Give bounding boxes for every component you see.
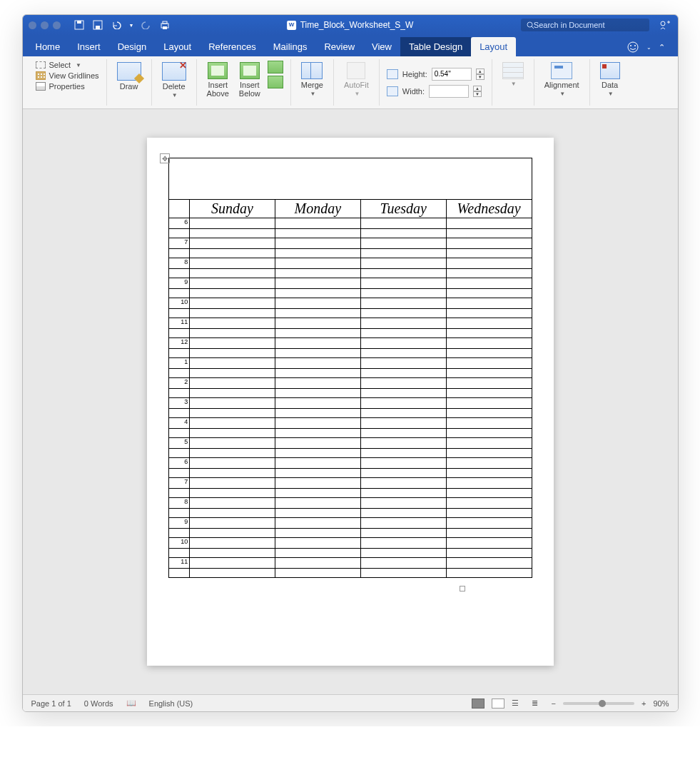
worksheet-table[interactable]: Sunday Monday Tuesday Wednesday 67891011… xyxy=(168,158,532,578)
table-header-row[interactable]: Sunday Monday Tuesday Wednesday xyxy=(168,200,532,218)
table-row[interactable]: 7 xyxy=(168,478,532,489)
tab-insert[interactable]: Insert xyxy=(69,37,109,56)
table-row[interactable]: 10 xyxy=(168,298,532,309)
tab-review[interactable]: Review xyxy=(315,37,363,56)
properties-button[interactable]: Properties xyxy=(36,82,99,91)
undo-icon[interactable] xyxy=(111,19,122,31)
search-box[interactable] xyxy=(521,19,649,31)
table-resize-handle[interactable] xyxy=(460,586,465,591)
height-input[interactable] xyxy=(432,68,472,81)
document-area[interactable]: ✥ Sunday Monday Tuesday Wednesday 678910… xyxy=(23,109,678,694)
draw-table-button[interactable]: Draw xyxy=(114,61,144,92)
insert-right-button[interactable] xyxy=(268,76,283,88)
table-row[interactable]: 10 xyxy=(168,538,532,549)
table-row[interactable]: 5 xyxy=(168,438,532,449)
tab-references[interactable]: References xyxy=(200,37,264,56)
table-row[interactable] xyxy=(168,329,532,338)
print-layout-view-icon[interactable] xyxy=(472,699,485,709)
header-monday[interactable]: Monday xyxy=(275,200,360,218)
header-wednesday[interactable]: Wednesday xyxy=(446,200,532,218)
undo-dropdown-icon[interactable]: ▼ xyxy=(129,23,134,28)
table-title-row[interactable] xyxy=(168,158,532,200)
table-row[interactable] xyxy=(168,469,532,478)
table-row[interactable]: 6 xyxy=(168,218,532,229)
header-tuesday[interactable]: Tuesday xyxy=(360,200,446,218)
feedback-dropdown-icon[interactable]: ⌄ xyxy=(646,44,651,51)
insert-left-button[interactable] xyxy=(268,61,283,73)
table-row[interactable]: 4 xyxy=(168,418,532,429)
autosave-icon[interactable] xyxy=(73,19,85,31)
table-row[interactable]: 8 xyxy=(168,498,532,509)
spellcheck-icon[interactable]: 📖 xyxy=(126,699,136,708)
table-row[interactable] xyxy=(168,489,532,498)
width-step-up[interactable]: ▲ xyxy=(473,86,482,91)
tab-table-design[interactable]: Table Design xyxy=(400,37,471,56)
draft-view-icon[interactable]: ≣ xyxy=(532,699,544,709)
table-row[interactable] xyxy=(168,389,532,398)
tab-home[interactable]: Home xyxy=(27,37,69,56)
delete-button[interactable]: Delete▼ xyxy=(159,61,189,100)
minimize-window-icon[interactable] xyxy=(41,21,49,29)
table-move-handle[interactable]: ✥ xyxy=(160,153,170,163)
table-row[interactable] xyxy=(168,309,532,318)
merge-button[interactable]: Merge▼ xyxy=(298,61,326,98)
table-row[interactable]: 11 xyxy=(168,558,532,569)
table-row[interactable]: 7 xyxy=(168,238,532,249)
zoom-slider[interactable] xyxy=(563,702,634,705)
table-row[interactable]: 9 xyxy=(168,518,532,529)
save-icon[interactable] xyxy=(92,19,103,31)
search-input[interactable] xyxy=(534,21,644,29)
table-row[interactable]: 2 xyxy=(168,378,532,389)
width-input[interactable] xyxy=(429,85,469,98)
collapse-ribbon-icon[interactable]: ⌃ xyxy=(659,43,665,52)
height-step-up[interactable]: ▲ xyxy=(476,68,485,74)
table-row[interactable]: 1 xyxy=(168,358,532,369)
table-row[interactable] xyxy=(168,249,532,258)
table-row[interactable] xyxy=(168,569,532,578)
insert-below-button[interactable]: Insert Below xyxy=(236,61,263,99)
feedback-icon[interactable] xyxy=(627,41,639,54)
autofit-button[interactable]: AutoFit▼ xyxy=(341,61,372,98)
share-button[interactable] xyxy=(659,19,671,31)
zoom-out-button[interactable]: − xyxy=(552,699,556,708)
table-row[interactable]: 8 xyxy=(168,258,532,269)
table-row[interactable] xyxy=(168,349,532,358)
alignment-button[interactable]: Alignment▼ xyxy=(542,61,582,98)
height-step-down[interactable]: ▼ xyxy=(476,74,485,80)
page[interactable]: ✥ Sunday Monday Tuesday Wednesday 678910… xyxy=(147,138,554,666)
redo-icon[interactable] xyxy=(141,19,152,31)
zoom-in-button[interactable]: + xyxy=(641,699,646,708)
table-row[interactable] xyxy=(168,549,532,558)
header-sunday[interactable]: Sunday xyxy=(190,200,275,218)
table-row[interactable] xyxy=(168,529,532,538)
tab-mailings[interactable]: Mailings xyxy=(265,37,316,56)
tab-layout[interactable]: Layout xyxy=(155,37,200,56)
data-button[interactable]: Data▼ xyxy=(597,61,623,98)
zoom-window-icon[interactable] xyxy=(53,21,61,29)
table-row[interactable] xyxy=(168,369,532,378)
zoom-level[interactable]: 90% xyxy=(653,699,669,708)
width-step-down[interactable]: ▼ xyxy=(473,91,482,97)
table-row[interactable] xyxy=(168,429,532,438)
table-row[interactable]: 3 xyxy=(168,398,532,409)
tab-design[interactable]: Design xyxy=(109,37,155,56)
table-row[interactable] xyxy=(168,509,532,518)
page-indicator[interactable]: Page 1 of 1 xyxy=(31,699,71,708)
table-row[interactable] xyxy=(168,229,532,238)
close-window-icon[interactable] xyxy=(29,21,36,29)
table-row[interactable] xyxy=(168,269,532,278)
table-row[interactable] xyxy=(168,409,532,418)
select-button[interactable]: Select▼ xyxy=(36,61,99,69)
outline-view-icon[interactable]: ☰ xyxy=(512,699,524,709)
language-indicator[interactable]: English (US) xyxy=(149,699,193,708)
distribute-button[interactable]: ▼ xyxy=(499,61,527,88)
word-count[interactable]: 0 Words xyxy=(84,699,113,708)
print-icon[interactable] xyxy=(159,19,171,31)
table-row[interactable] xyxy=(168,449,532,458)
view-gridlines-button[interactable]: View Gridlines xyxy=(36,71,99,80)
table-row[interactable] xyxy=(168,289,532,298)
table-row[interactable]: 11 xyxy=(168,318,532,329)
web-layout-view-icon[interactable] xyxy=(492,699,504,709)
insert-above-button[interactable]: Insert Above xyxy=(204,61,232,99)
table-row[interactable]: 6 xyxy=(168,458,532,469)
